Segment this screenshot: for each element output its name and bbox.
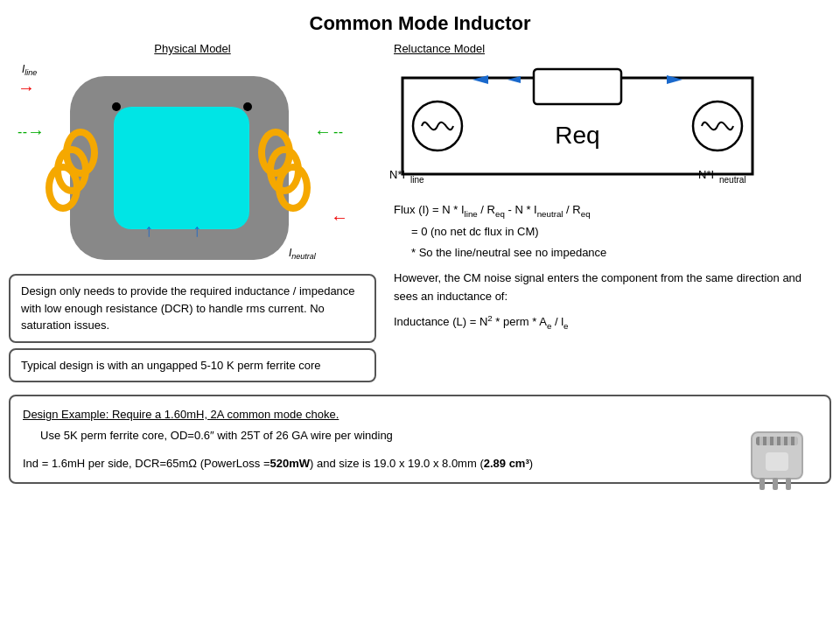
info-box-2: Typical design is with an ungapped 5-10 …	[9, 348, 376, 383]
cm-noise-text: However, the CM noise signal enters the …	[394, 270, 822, 306]
coil-body	[751, 431, 803, 480]
arrow-red-top: →	[18, 78, 35, 98]
i-line-sub: line	[24, 68, 37, 77]
svg-text:Req: Req	[555, 122, 599, 149]
info-box-1: Design only needs to provide the require…	[9, 274, 376, 343]
i-neutral-sub: neutral	[291, 252, 316, 261]
flux-eq-line1: Flux (I) = N * Iline / Req - N * Ineutra…	[394, 200, 822, 221]
design-example-box: Design Example: Require a 1.60mH, 2A com…	[9, 395, 831, 484]
blue-arrow-right: ↑	[192, 220, 201, 241]
inductance-eq: Inductance (L) = N2 * perm * Ae / le	[394, 312, 822, 333]
svg-text:N*I: N*I	[389, 168, 405, 181]
blue-arrow-left: ↑	[144, 220, 153, 241]
svg-text:line: line	[410, 175, 424, 185]
physical-model-label: Physical Model	[9, 42, 376, 55]
physical-diagram: Iline → - - → ← - - ← ↑ ↑ Ineutral	[18, 59, 368, 269]
left-panel: Physical Model Iline →	[9, 42, 376, 388]
svg-rect-1	[534, 69, 621, 104]
design-example-line1: Use 5K perm ferrite core, OD=0.6″ with 2…	[23, 426, 817, 445]
component-image	[742, 423, 812, 493]
page-title: Common Mode Inductor	[0, 0, 840, 42]
flux-eq-line2: = 0 (no net dc flux in CM)	[394, 221, 822, 242]
dashed-arrow-right: ← - -	[314, 122, 341, 142]
winding-right-3	[276, 164, 311, 212]
winding-left-3	[46, 164, 80, 212]
svg-text:N*I: N*I	[698, 168, 714, 181]
i-line-label: Iline	[22, 63, 37, 77]
design-example-title: Design Example: Require a 1.60mH, 2A com…	[23, 405, 817, 424]
flux-eq-line3: * So the line/neutral see no impedance	[394, 242, 822, 262]
reluctance-diagram: Req N*I line N*I neutral	[385, 60, 770, 196]
dot-left	[112, 102, 121, 111]
design-example-line2: Ind = 1.6mH per side, DCR=65mΩ (PowerLos…	[23, 454, 817, 473]
flux-equations: Flux (I) = N * Iline / Req - N * Ineutra…	[385, 196, 831, 266]
toroid-coil-shape	[742, 423, 812, 493]
cm-noise-section: However, the CM noise signal enters the …	[385, 266, 831, 336]
svg-text:neutral: neutral	[719, 175, 746, 185]
dot-right	[243, 102, 252, 111]
core-inner	[114, 107, 249, 229]
reluctance-model-label: Reluctance Model	[385, 42, 831, 55]
i-neutral-label: Ineutral	[289, 247, 316, 261]
arrow-red-right: ←	[331, 207, 348, 228]
main-content: Physical Model Iline →	[0, 42, 840, 388]
dashed-arrow-left: - - →	[18, 122, 45, 142]
right-panel: Reluctance Model Req	[385, 42, 831, 388]
